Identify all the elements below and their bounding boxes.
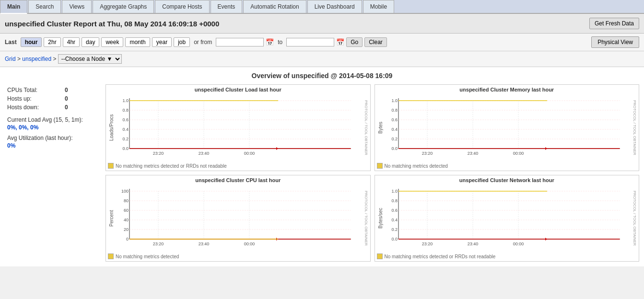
svg-text:0.4: 0.4 [122,127,129,132]
physical-view-button[interactable]: Physical View [591,36,639,48]
chart-cpu: unspecified Cluster CPU last hour Percen… [105,175,371,262]
cluster-link[interactable]: unspecified [22,56,51,62]
tab-live-dashboard[interactable]: Live Dashboard [307,0,362,13]
breadcrumb-sep1: > [17,56,22,62]
charts-grid: unspecified Cluster Load last hour Loads… [105,84,639,262]
chart-network-no-data-text: No matching metrics detected or RRDs not… [385,254,496,259]
tab-views[interactable]: Views [62,0,92,13]
chart-network-title: unspecified Cluster Network last hour [377,177,637,183]
to-label: to [278,39,282,46]
svg-text:100: 100 [121,189,129,194]
svg-text:23:40: 23:40 [467,242,478,246]
chart-network: unspecified Cluster Network last hour By… [375,175,640,262]
svg-text:23:40: 23:40 [199,151,210,156]
hosts-up-label: Hosts up: [7,95,55,102]
hosts-down-row: Hosts down: 0 [7,104,98,111]
no-data-icon-2 [108,253,114,259]
chart-memory: unspecified Cluster Memory last hour Byt… [375,84,640,171]
chart-cpu-no-data-text: No matching metrics detected [116,254,179,259]
breadcrumb-sep2: > [53,56,58,62]
tab-search[interactable]: Search [28,0,61,13]
chart-network-right-label: PROTOCOL / TOOL OBTAINER [632,184,637,253]
svg-text:23:20: 23:20 [153,151,164,156]
chart-memory-no-data: No matching metrics detected [377,163,637,169]
time-4hr-button[interactable]: 4hr [63,37,80,47]
time-job-button[interactable]: job [174,37,190,47]
chart-cpu-area: Percent 100 8 [108,184,368,253]
breadcrumb: Grid > unspecified > --Choose a Node ▼ [0,51,644,67]
get-fresh-button[interactable]: Get Fresh Data [589,18,639,29]
chart-cpu-y-label: Percent [108,184,115,253]
time-week-button[interactable]: week [101,37,123,47]
svg-text:0: 0 [126,237,129,242]
from-calendar-icon[interactable]: 📅 [266,38,274,46]
svg-text:40: 40 [124,218,129,222]
grid-link[interactable]: Grid [5,56,16,62]
chart-cpu-right-label: PROTOCOL / TOOL OBTAINER [363,184,368,253]
chart-load-no-data: No matching metrics detected or RRDs not… [108,163,368,169]
svg-text:23:20: 23:20 [422,151,433,156]
hosts-up-value: 0 [65,95,68,102]
from-date-input[interactable] [216,38,264,46]
chart-network-no-data: No matching metrics detected or RRDs not… [377,253,637,259]
svg-text:23:20: 23:20 [422,242,433,246]
chart-memory-svg-el: 1.0 0.8 0.6 0.4 0.2 0.0 23:20 23:40 00:0… [384,93,632,161]
chart-load-right-label: PROTOCOL / TOOL OBTAINER [363,93,368,162]
svg-text:0.8: 0.8 [391,198,398,203]
svg-text:0.6: 0.6 [391,117,398,122]
time-2hr-button[interactable]: 2hr [44,37,60,47]
tab-automatic-rotation[interactable]: Automatic Rotation [243,0,306,13]
go-button[interactable]: Go [346,37,363,47]
time-month-button[interactable]: month [125,37,150,47]
tab-events[interactable]: Events [211,0,243,13]
main-content: Overview of unspecified @ 2014-05-08 16:… [0,67,644,266]
stats-panel: CPUs Total: 0 Hosts up: 0 Hosts down: 0 … [5,84,101,262]
chart-network-y-label: Bytes/sec [377,184,384,253]
tab-bar: Main Search Views Aggregate Graphs Compa… [0,0,644,14]
util-label: Avg Utilization (last hour): [7,135,98,141]
svg-text:60: 60 [124,208,129,213]
time-year-button[interactable]: year [152,37,172,47]
chart-memory-title: unspecified Cluster Memory last hour [377,87,637,92]
no-data-icon-3 [377,253,383,259]
load-avg-label: Current Load Avg (15, 5, 1m): [7,116,98,123]
svg-text:0.8: 0.8 [391,108,398,113]
svg-text:1.0: 1.0 [391,98,398,103]
last-label: Last [5,39,17,46]
clear-button[interactable]: Clear [364,37,387,47]
time-hour-button[interactable]: hour [21,37,42,47]
svg-text:0.2: 0.2 [391,137,398,141]
chart-load-area: Loads/Procs [108,93,368,162]
time-day-button[interactable]: day [82,37,99,47]
node-select[interactable]: --Choose a Node ▼ [58,54,122,64]
chart-cpu-no-data: No matching metrics detected [108,253,368,259]
svg-text:0.2: 0.2 [391,227,398,232]
chart-load-title: unspecified Cluster Load last hour [108,87,368,92]
tab-main[interactable]: Main [0,0,27,14]
svg-marker-31 [545,147,547,150]
tab-aggregate-graphs[interactable]: Aggregate Graphs [93,0,154,13]
tab-mobile[interactable]: Mobile [363,0,394,13]
chart-cpu-svg: 100 80 60 40 20 0 23:20 23:40 00:00 [115,184,363,253]
svg-text:00:00: 00:00 [513,242,524,246]
chart-load-no-data-text: No matching metrics detected or RRDs not… [116,163,227,169]
to-date-input[interactable] [286,38,334,46]
hosts-down-value: 0 [65,104,68,111]
svg-text:00:00: 00:00 [513,151,524,156]
hosts-down-label: Hosts down: [7,104,55,111]
chart-memory-area: Bytes 1.0 0.8 [377,93,637,162]
chart-load-svg: 1.0 0.8 0.6 0.4 0.2 0.0 23:20 23:40 00:0… [115,93,363,162]
chart-network-svg: 1.0 0.8 0.6 0.4 0.2 0.0 23:20 23:40 00:0… [384,184,632,253]
tab-compare-hosts[interactable]: Compare Hosts [155,0,209,13]
chart-network-svg-el: 1.0 0.8 0.6 0.4 0.2 0.0 23:20 23:40 00:0… [384,184,632,251]
chart-cpu-title: unspecified Cluster CPU last hour [108,177,368,183]
chart-memory-no-data-text: No matching metrics detected [385,163,448,169]
to-calendar-icon[interactable]: 📅 [336,38,344,46]
svg-text:23:20: 23:20 [153,242,164,246]
chart-load: unspecified Cluster Load last hour Loads… [105,84,371,171]
cpus-total-row: CPUs Total: 0 [7,87,98,93]
overview-title: Overview of unspecified @ 2014-05-08 16:… [5,72,639,80]
or-from-label: or from [194,39,212,46]
svg-text:00:00: 00:00 [244,151,255,156]
util-value: 0% [7,142,98,149]
